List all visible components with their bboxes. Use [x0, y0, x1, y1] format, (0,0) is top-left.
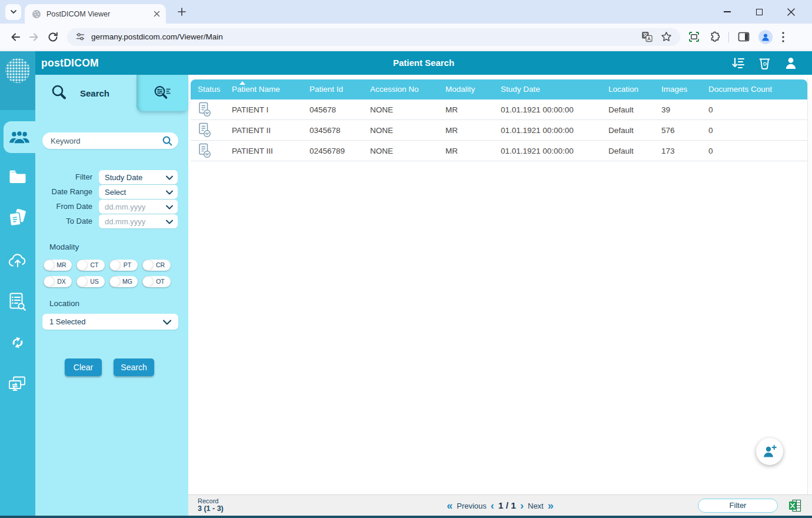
cell-study-date: 01.01.1921 00:00:00 [501, 126, 608, 135]
address-bar[interactable]: germany.postdicom.com/Viewer/Main [67, 28, 680, 46]
account-button[interactable] [784, 56, 798, 70]
pagination-next-arrow[interactable]: › [520, 500, 524, 511]
cell-patient-id: 02456789 [310, 147, 370, 155]
modality-toggle-mr[interactable]: MR [44, 260, 72, 271]
profile-avatar[interactable] [758, 30, 773, 44]
chevron-down-icon [166, 220, 173, 224]
toggle-knob [143, 277, 153, 287]
extensions-icon[interactable] [708, 31, 720, 42]
column-header-status[interactable]: Status [191, 79, 232, 99]
sidebar-item-sync[interactable] [0, 327, 35, 358]
browser-menu-icon[interactable] [781, 31, 785, 43]
tab-search-chevron-button[interactable] [5, 4, 21, 20]
bookmark-star-icon[interactable] [661, 31, 672, 42]
minimize-icon [724, 11, 731, 12]
app-logo[interactable] [0, 51, 35, 110]
table-row[interactable]: PATIENT II 0345678 NONE MR 01.01.1921 00… [191, 120, 807, 141]
from-date-select[interactable]: dd.mm.yyyy [99, 200, 178, 214]
sidebar-item-worklist[interactable] [0, 285, 35, 317]
worklist-search-icon [9, 292, 26, 311]
sidebar-item-folders[interactable] [0, 161, 35, 192]
to-date-select[interactable]: dd.mm.yyyy [99, 214, 178, 228]
cell-images: 173 [661, 147, 708, 155]
reload-button[interactable] [44, 28, 62, 47]
back-button[interactable] [6, 28, 25, 47]
sync-icon [8, 333, 27, 352]
filter-label: Filter [35, 170, 92, 184]
column-header-patient-name[interactable]: Patient Name [232, 79, 310, 99]
page-title: Patient Search [35, 51, 812, 75]
column-header-location[interactable]: Location [608, 79, 661, 99]
modality-toggle-pt[interactable]: PT [109, 260, 138, 271]
keyword-input[interactable] [51, 137, 162, 145]
cell-patient-name: PATIENT III [232, 147, 310, 155]
table-row[interactable]: PATIENT I 045678 NONE MR 01.01.1921 00:0… [191, 99, 807, 120]
cell-documents: 0 [708, 126, 807, 135]
tab-search[interactable]: Search [35, 75, 137, 111]
column-header-modality[interactable]: Modality [445, 79, 501, 99]
search-button[interactable]: Search [114, 358, 154, 376]
pagination-last[interactable]: » [548, 500, 554, 511]
filter-button[interactable]: Filter [698, 499, 778, 513]
toggle-knob [77, 277, 87, 287]
sidebar-item-patients[interactable] [4, 121, 35, 153]
pagination-first[interactable]: « [447, 500, 452, 511]
cell-modality: MR [445, 105, 501, 114]
screen-capture-icon[interactable] [688, 31, 700, 42]
site-info-icon[interactable] [75, 32, 85, 42]
search-icon[interactable] [162, 136, 172, 146]
cell-accession: NONE [370, 126, 445, 135]
browser-tab[interactable]: PostDICOM Viewer [25, 4, 166, 24]
modality-toggle-cr[interactable]: CR [142, 260, 171, 271]
column-header-documents-count[interactable]: Documents Count [708, 79, 807, 99]
modality-toggle-us[interactable]: US [76, 276, 105, 287]
clear-button[interactable]: Clear [65, 358, 102, 376]
minimize-button[interactable] [719, 4, 736, 20]
location-select[interactable]: 1 Selected [42, 314, 178, 330]
pagination-next[interactable]: Next [528, 502, 544, 510]
search-icon [51, 84, 68, 102]
table-row[interactable]: PATIENT III 02456789 NONE MR 01.01.1921 … [191, 141, 807, 161]
recycle-bin-button[interactable] [757, 56, 771, 70]
maximize-button[interactable] [751, 4, 767, 20]
modality-toggle-dx[interactable]: DX [44, 276, 72, 287]
pagination-prev-arrow[interactable]: ‹ [491, 500, 494, 511]
export-excel-button[interactable] [788, 499, 801, 512]
sidebar-item-upload[interactable] [0, 244, 35, 276]
sort-queue-button[interactable] [731, 56, 745, 70]
modality-toggle-ot[interactable]: OT [142, 276, 171, 287]
close-button[interactable] [783, 4, 799, 20]
search-panel: Search [35, 75, 188, 516]
forward-icon [28, 31, 41, 44]
forward-button[interactable] [25, 28, 44, 47]
sort-ascending-icon [239, 81, 245, 85]
column-header-study-date[interactable]: Study Date [501, 79, 608, 99]
filter-select[interactable]: Study Date [99, 170, 178, 184]
modality-toggle-ct[interactable]: CT [76, 260, 105, 271]
keyword-field[interactable] [42, 132, 178, 149]
translate-icon[interactable] [641, 31, 653, 42]
trash-recycle-icon [758, 56, 771, 70]
sidebar-item-films[interactable] [0, 202, 35, 234]
column-header-images[interactable]: Images [661, 79, 708, 99]
pagination-previous[interactable]: Previous [457, 502, 487, 510]
tab-advanced-search[interactable] [137, 75, 188, 111]
modality-toggle-mg[interactable]: MG [109, 276, 138, 287]
plus-icon [178, 8, 186, 16]
table-scrollbar[interactable] [807, 78, 812, 494]
tab-close-icon[interactable] [154, 11, 160, 17]
cell-patient-name: PATIENT I [232, 105, 310, 114]
side-panel-icon[interactable] [738, 32, 750, 42]
advanced-search-icon [153, 85, 172, 101]
sidebar-item-share[interactable] [0, 368, 35, 400]
table-header-row: Status Patient Name Patient Id Accession… [191, 79, 807, 99]
new-tab-button[interactable] [174, 4, 189, 19]
chevron-down-icon [166, 175, 173, 180]
column-header-accession-no[interactable]: Accession No [370, 79, 445, 99]
column-header-patient-id[interactable]: Patient Id [310, 79, 370, 99]
results-table: Status Patient Name Patient Id Accession… [191, 79, 807, 161]
user-icon [784, 56, 797, 70]
chevron-down-icon [166, 205, 173, 210]
add-patient-button[interactable] [756, 438, 783, 465]
date-range-select[interactable]: Select [99, 185, 178, 199]
